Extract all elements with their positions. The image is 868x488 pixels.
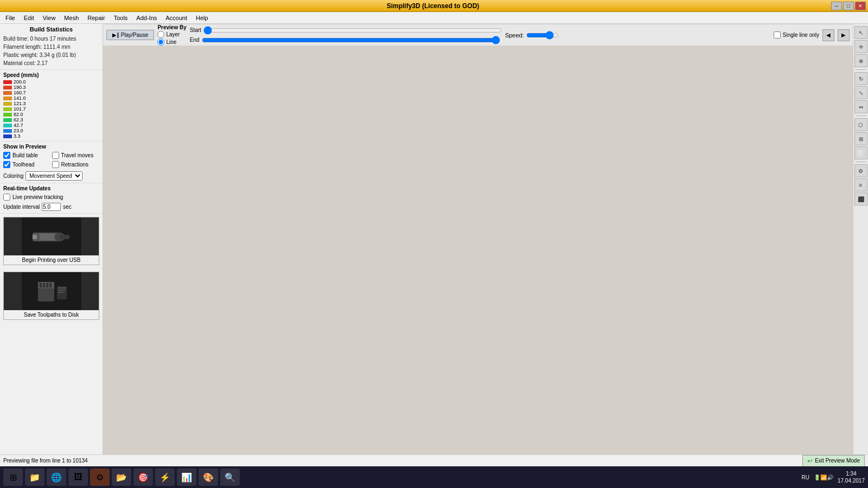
end-label: End: [190, 37, 200, 43]
end-slider[interactable]: [202, 36, 500, 44]
legend-swatch: [3, 107, 12, 111]
sd-thumbnail: [22, 272, 81, 310]
speed-legend-section: Speed (mm/s) 200.0190.3160.7141.0121.310…: [0, 70, 103, 142]
taskbar-right: RU 🔋📶🔊 1:34 17.04.2017: [801, 470, 865, 484]
tool-scale[interactable]: ⤡: [854, 86, 867, 99]
menu-tools[interactable]: Tools: [110, 14, 132, 22]
single-line-checkbox[interactable]: [774, 31, 781, 38]
legend-row: 82.0: [3, 112, 99, 117]
layer-radio-row: Layer: [157, 31, 186, 38]
retractions-row: Retractions: [52, 161, 100, 168]
tool-view-front[interactable]: ⬜: [854, 146, 867, 159]
tool-move[interactable]: ✛: [854, 40, 867, 53]
legend-value: 190.3: [14, 85, 26, 90]
next-button[interactable]: ▶: [838, 29, 850, 41]
legend-value: 200.0: [14, 79, 26, 85]
status-text: Previewing file from line 1 to 10134: [3, 458, 802, 464]
svg-rect-12: [58, 287, 66, 288]
play-pause-button[interactable]: ▶‖ Play/Pause: [106, 30, 154, 40]
menu-view[interactable]: View: [39, 14, 60, 22]
toolbar-sep-2: [856, 115, 866, 116]
legend-value: 82.0: [14, 112, 23, 117]
taskbar-files[interactable]: 📂: [112, 468, 131, 486]
usb-print-box[interactable]: Begin Printing over USB: [3, 217, 99, 265]
svg-rect-1: [33, 235, 37, 239]
maximize-button[interactable]: □: [843, 2, 854, 10]
coloring-select[interactable]: Movement Speed Feature Type Temperature …: [25, 171, 82, 181]
legend-swatch: [3, 129, 12, 133]
speed-slider[interactable]: [526, 31, 559, 40]
update-interval-label: Update interval: [3, 204, 40, 210]
retractions-label: Retractions: [61, 162, 89, 168]
tool-rotate[interactable]: ↻: [854, 72, 867, 85]
taskbar-internet[interactable]: 🌐: [47, 468, 66, 486]
layer-radio[interactable]: [157, 31, 164, 38]
minimize-button[interactable]: ─: [831, 2, 842, 10]
build-table-checkbox[interactable]: [3, 152, 10, 159]
tool-arrow[interactable]: ↖: [854, 26, 867, 39]
tool-view-top[interactable]: ⊞: [854, 132, 867, 145]
menu-edit[interactable]: Edit: [20, 14, 39, 22]
taskbar-app9[interactable]: 🎨: [199, 468, 218, 486]
legend-row: 200.0: [3, 79, 99, 85]
menu-file[interactable]: File: [1, 14, 20, 22]
menu-account[interactable]: Account: [161, 14, 192, 22]
tool-settings[interactable]: ⚙: [854, 164, 867, 177]
taskbar-file-explorer[interactable]: 📁: [25, 468, 44, 486]
legend-row: 62.3: [3, 117, 99, 123]
save-toolpaths-box[interactable]: Save Toolpaths to Disk: [3, 272, 99, 320]
usb-print-label: Begin Printing over USB: [4, 255, 99, 265]
stat-weight: Plastic weight: 3.34 g (0.01 lb): [3, 51, 99, 59]
main-area: Build Statistics Build time: 0 hours 17 …: [0, 24, 868, 454]
preview-by-section: Preview By Layer Line: [157, 24, 186, 46]
window-controls[interactable]: ─ □ ✕: [831, 2, 866, 10]
preview-by-label: Preview By: [157, 24, 186, 30]
exit-preview-icon: ↩: [807, 457, 813, 465]
end-row: End: [190, 36, 502, 44]
prev-button[interactable]: ◀: [822, 29, 834, 41]
menu-addins[interactable]: Add-Ins: [132, 14, 161, 22]
tool-mirror[interactable]: ⇔: [854, 100, 867, 113]
tool-zoom[interactable]: ⊕: [854, 54, 867, 67]
legend-row: 141.0: [3, 95, 99, 101]
svg-rect-7: [40, 283, 42, 287]
legend-row: 42.7: [3, 123, 99, 128]
travel-moves-row: Travel moves: [52, 152, 100, 159]
menu-repair[interactable]: Repair: [83, 14, 109, 22]
toolhead-checkbox[interactable]: [3, 161, 10, 168]
start-slider[interactable]: [203, 26, 502, 35]
taskbar-photos[interactable]: 🖼: [68, 468, 88, 486]
taskbar-start[interactable]: ⊞: [3, 468, 23, 486]
update-interval-unit: sec: [63, 204, 72, 210]
travel-moves-checkbox[interactable]: [52, 152, 59, 159]
legend-swatch: [3, 97, 12, 100]
close-button[interactable]: ✕: [855, 2, 866, 10]
show-in-preview-checkboxes: Build table Travel moves Toolhead Retrac…: [3, 152, 99, 169]
line-radio[interactable]: [157, 38, 164, 46]
single-line-section: Single line only: [774, 31, 819, 38]
tool-view-iso[interactable]: ⬡: [854, 118, 867, 131]
svg-rect-14: [58, 292, 63, 293]
retractions-checkbox[interactable]: [52, 161, 59, 168]
live-tracking-checkbox[interactable]: [3, 194, 10, 201]
menu-mesh[interactable]: Mesh: [60, 14, 83, 22]
svg-rect-10: [49, 283, 52, 287]
menu-help[interactable]: Help: [192, 14, 213, 22]
build-statistics-title: Build Statistics: [3, 26, 99, 33]
speed-label: Speed:: [505, 32, 524, 38]
tool-print[interactable]: ⬛: [854, 192, 867, 206]
start-end-section: Start End: [190, 26, 502, 44]
taskbar-app6[interactable]: 🎯: [133, 468, 153, 486]
update-interval-input[interactable]: [42, 203, 61, 211]
coloring-row: Coloring Movement Speed Feature Type Tem…: [3, 171, 99, 181]
taskbar-app10[interactable]: 🔍: [220, 468, 240, 486]
taskbar-app7[interactable]: ⚡: [155, 468, 175, 486]
exit-preview-button[interactable]: ↩ Exit Preview Mode: [802, 455, 865, 467]
legend-swatch: [3, 113, 12, 117]
taskbar-chrome[interactable]: ⚙: [90, 468, 110, 486]
right-toolbar: ↖ ✛ ⊕ ↻ ⤡ ⇔ ⬡ ⊞ ⬜ ⚙ ≡ ⬛: [853, 24, 868, 454]
exit-preview-label: Exit Preview Mode: [815, 458, 860, 464]
travel-moves-label: Travel moves: [61, 152, 94, 158]
tool-layers[interactable]: ≡: [854, 178, 867, 191]
taskbar-app8[interactable]: 📊: [177, 468, 196, 486]
